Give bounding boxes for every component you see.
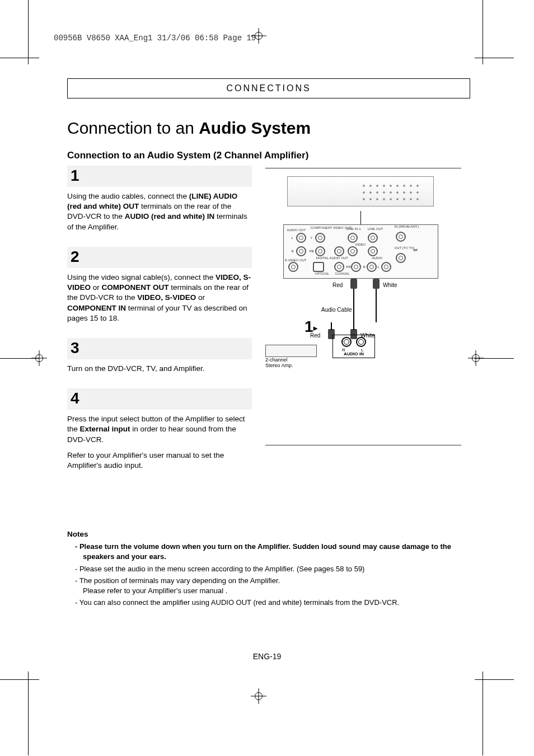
label-red: Red bbox=[332, 282, 343, 288]
note-item: You can also connect the amplifier using… bbox=[67, 598, 470, 608]
title-part-light: Connection to an bbox=[67, 119, 199, 137]
amplifier-icon bbox=[265, 345, 317, 357]
dvd-vcr-rear-icon bbox=[287, 176, 434, 206]
amp-label: 2-channelStereo Amp. bbox=[265, 357, 293, 368]
label-white: White bbox=[383, 282, 397, 288]
step-number: 1 bbox=[71, 167, 79, 184]
step-number: 4 bbox=[71, 389, 79, 407]
label-red: Red bbox=[310, 332, 320, 339]
notes-section: Notes Please turn the volume down when y… bbox=[67, 530, 470, 608]
rear-panel-icon: AUDIO OUT COMPONENT VIDEO OUT LINE IN 1 … bbox=[283, 224, 438, 279]
diagram-column: AUDIO OUT COMPONENT VIDEO OUT LINE IN 1 … bbox=[265, 166, 461, 485]
step-number: 2 bbox=[71, 248, 79, 265]
step-4-text-1: Press the input select button of the Amp… bbox=[67, 414, 252, 445]
step-3-text: Turn on the DVD-VCR, TV, and Amplifier. bbox=[67, 364, 252, 374]
notes-heading: Notes bbox=[67, 530, 470, 538]
section-heading-box: CONNECTIONS bbox=[67, 78, 470, 98]
print-slug: 00956B V8650 XAA_Eng1 31/3/06 06:58 Page… bbox=[54, 34, 256, 43]
page-number: ENG-19 bbox=[253, 652, 282, 661]
step-1: 1 Using the audio cables, connect the (L… bbox=[67, 166, 252, 232]
steps-column: 1 Using the audio cables, connect the (L… bbox=[67, 166, 252, 485]
page-title: Connection to an Audio System bbox=[67, 119, 470, 138]
step-2: 2 Using the video signal cable(s), conne… bbox=[67, 247, 252, 323]
note-item: The position of terminals may vary depen… bbox=[67, 576, 470, 596]
step-4: 4 Press the input select button of the A… bbox=[67, 388, 252, 471]
audio-cable-icon: Red White Audio Cable 1▸ Red White bbox=[265, 279, 456, 368]
connection-diagram: AUDIO OUT COMPONENT VIDEO OUT LINE IN 1 … bbox=[265, 176, 456, 428]
note-item: Please turn the volume down when you tur… bbox=[67, 542, 470, 562]
label-audio-cable: Audio Cable bbox=[321, 307, 352, 313]
page: 00956B V8650 XAA_Eng1 31/3/06 06:58 Page… bbox=[0, 0, 534, 756]
note-item: Please set the audio in the menu screen … bbox=[67, 564, 470, 574]
section-heading: CONNECTIONS bbox=[226, 83, 311, 93]
step-2-text: Using the video signal cable(s), connect… bbox=[67, 273, 252, 323]
subtitle: Connection to an Audio System (2 Channel… bbox=[67, 150, 470, 161]
content-area: CONNECTIONS Connection to an Audio Syste… bbox=[67, 78, 470, 609]
step-4-text-2: Refer to your Amplifier's user manual to… bbox=[67, 450, 252, 471]
audio-in-panel: R L AUDIO IN bbox=[332, 335, 375, 358]
step-3: 3 Turn on the DVD-VCR, TV, and Amplifier… bbox=[67, 338, 252, 374]
step-1-text: Using the audio cables, connect the (LIN… bbox=[67, 191, 252, 232]
title-part-bold: Audio System bbox=[199, 119, 311, 137]
step-number: 3 bbox=[71, 339, 79, 356]
